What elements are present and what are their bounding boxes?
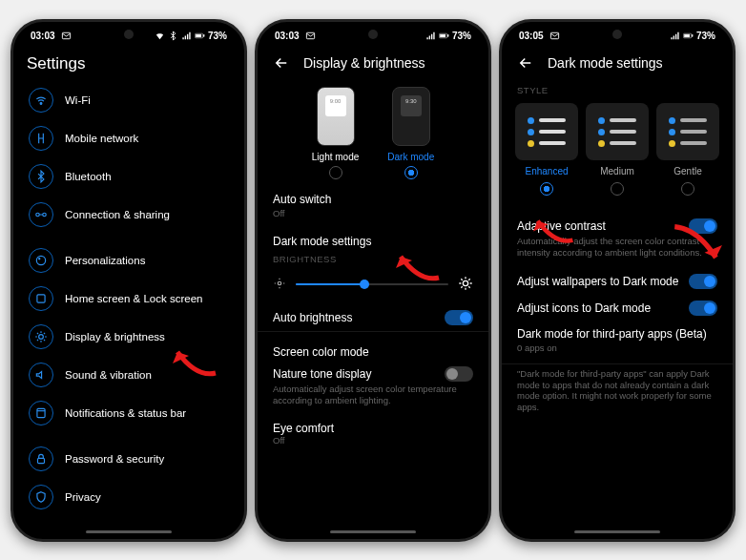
- svg-rect-16: [440, 34, 446, 37]
- toggle-on-icon[interactable]: [689, 301, 717, 316]
- nav-handle[interactable]: [330, 530, 416, 533]
- sidebar-item-display[interactable]: Display & brightness: [13, 318, 244, 356]
- gmail-icon: [61, 31, 72, 41]
- radio-icon[interactable]: [681, 182, 694, 196]
- dark-mode-settings-row[interactable]: Dark mode settings: [258, 225, 488, 250]
- svg-rect-9: [37, 295, 45, 302]
- lock-icon: [29, 446, 53, 471]
- svg-rect-22: [684, 34, 690, 37]
- icons-row[interactable]: Adjust icons to Dark mode: [502, 291, 733, 318]
- brightness-caption: BRIGHTNESS: [258, 250, 488, 268]
- sidebar-item-connection[interactable]: Connection & sharing: [13, 196, 244, 234]
- page-title: Dark mode settings: [548, 55, 663, 71]
- signal-icon: [181, 31, 192, 41]
- connection-icon: [29, 202, 53, 227]
- wallpapers-row[interactable]: Adjust wallpapers to Dark mode: [502, 264, 733, 291]
- nature-tone-sub: Automatically adjust screen color temper…: [258, 384, 488, 412]
- radio-selected-icon[interactable]: [540, 182, 553, 196]
- shield-icon: [29, 485, 53, 509]
- home-icon: [29, 286, 53, 311]
- svg-rect-3: [203, 34, 204, 36]
- radio-icon: [329, 166, 342, 179]
- page-header: Display & brightness: [258, 49, 488, 81]
- phone-2-brightness: 03:03 73% Display & brightness 9:00 Ligh…: [255, 19, 491, 542]
- svg-rect-13: [38, 458, 45, 463]
- sidebar-item-bluetooth[interactable]: Bluetooth: [13, 157, 244, 196]
- screen-color-row[interactable]: Screen color mode: [258, 336, 488, 361]
- sidebar-item-privacy[interactable]: Privacy: [13, 478, 244, 516]
- battery-pct: 73%: [452, 31, 471, 41]
- sun-bright-icon: [458, 276, 473, 293]
- eye-comfort-sub: Off: [258, 435, 488, 452]
- back-icon[interactable]: [517, 54, 534, 72]
- battery-icon: [195, 31, 205, 41]
- bluetooth-icon: [29, 164, 53, 189]
- adaptive-sub: Automatically adjust the screen color co…: [502, 236, 733, 264]
- notification-icon: [29, 401, 53, 425]
- sun-dim-icon: [273, 277, 286, 292]
- sidebar-item-security[interactable]: Password & security: [13, 440, 244, 478]
- light-mode-option[interactable]: 9:00 Light mode: [312, 87, 359, 179]
- svg-rect-11: [37, 408, 45, 417]
- svg-point-18: [278, 281, 281, 285]
- footer-note: "Dark mode for third-party apps" can app…: [502, 368, 733, 420]
- wifi-status-icon: [155, 31, 165, 41]
- nav-handle[interactable]: [86, 530, 172, 533]
- svg-point-8: [39, 259, 40, 259]
- thirdparty-sub: 0 apps on: [502, 342, 733, 360]
- sidebar-item-sound[interactable]: Sound & vibration: [13, 356, 244, 394]
- radio-selected-icon: [404, 166, 418, 179]
- sound-icon: [29, 363, 53, 387]
- nature-tone-row[interactable]: Nature tone display: [258, 361, 488, 384]
- battery-icon: [439, 31, 449, 41]
- mobile-icon: [29, 126, 53, 151]
- sidebar-item-mobile[interactable]: Mobile network: [13, 119, 244, 157]
- battery-pct: 73%: [208, 31, 227, 41]
- toggle-off-icon[interactable]: [445, 366, 473, 382]
- radio-icon[interactable]: [611, 182, 624, 196]
- gmail-icon: [549, 31, 560, 41]
- eye-comfort-row[interactable]: Eye comfort: [258, 412, 488, 435]
- mode-picker: 9:00 Light mode 9:30 Dark mode: [258, 81, 488, 183]
- style-medium[interactable]: [586, 103, 649, 160]
- palette-icon: [29, 248, 53, 273]
- page-title: Display & brightness: [303, 55, 425, 71]
- svg-point-4: [40, 103, 42, 105]
- wifi-icon: [29, 88, 53, 113]
- svg-point-19: [463, 280, 467, 285]
- auto-brightness-row[interactable]: Auto brightness: [258, 301, 488, 327]
- dark-mode-option[interactable]: 9:30 Dark mode: [387, 87, 434, 179]
- camera-notch: [368, 30, 378, 39]
- style-label-gentle: Gentle: [656, 166, 719, 176]
- back-icon[interactable]: [273, 54, 290, 72]
- style-caption: STYLE: [502, 81, 733, 99]
- page-title: Settings: [13, 49, 244, 81]
- status-time: 03:03: [275, 31, 300, 41]
- battery-icon: [683, 31, 694, 41]
- toggle-on-icon[interactable]: [689, 218, 717, 234]
- nav-handle[interactable]: [574, 530, 660, 533]
- gmail-icon: [305, 31, 316, 41]
- toggle-on-icon[interactable]: [445, 310, 473, 325]
- svg-rect-17: [447, 34, 448, 36]
- auto-switch-row[interactable]: Auto switch: [258, 183, 488, 208]
- brightness-slider[interactable]: [258, 268, 488, 301]
- status-time: 03:05: [519, 31, 544, 41]
- style-gentle[interactable]: [656, 103, 719, 160]
- sidebar-item-wifi[interactable]: Wi-Fi: [13, 81, 244, 119]
- camera-notch: [612, 30, 622, 39]
- page-header: Dark mode settings: [502, 49, 733, 81]
- signal-icon: [425, 31, 436, 41]
- toggle-on-icon[interactable]: [689, 274, 717, 289]
- style-enhanced[interactable]: [515, 103, 578, 160]
- adaptive-contrast-row[interactable]: Adaptive contrast: [502, 209, 733, 236]
- settings-list: Wi-Fi Mobile network Bluetooth Connectio…: [13, 81, 244, 516]
- sidebar-item-home[interactable]: Home screen & Lock screen: [13, 280, 244, 318]
- thirdparty-row[interactable]: Dark mode for third-party apps (Beta): [502, 318, 733, 342]
- style-label-medium: Medium: [586, 166, 649, 176]
- phone-3-darkmode: 03:05 73% Dark mode settings STYLE: [499, 19, 736, 542]
- style-grid: [502, 99, 733, 162]
- status-time: 03:03: [31, 31, 55, 41]
- sidebar-item-personalizations[interactable]: Personalizations: [13, 241, 244, 280]
- sidebar-item-notif[interactable]: Notifications & status bar: [13, 394, 244, 432]
